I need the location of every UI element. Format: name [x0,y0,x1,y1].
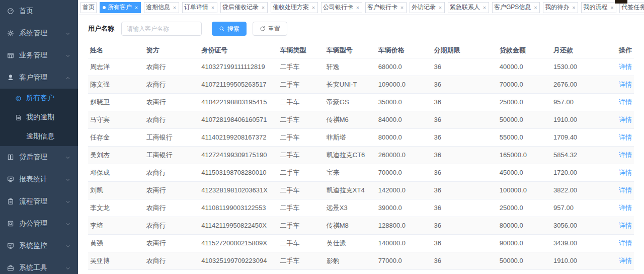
sidebar-item[interactable]: 报表统计 [0,168,78,190]
tab[interactable]: 逾期信息× [144,2,179,13]
tab-label: 首页 [83,3,95,12]
close-icon[interactable]: × [311,5,316,11]
sidebar-item-label: 系统工具 [19,263,47,272]
detail-link[interactable]: 详情 [619,116,632,123]
sidebar-subitem-label: 所有客户 [26,94,54,103]
sidebar-submenu: 所有客户我的逾期逾期信息 [0,89,78,146]
column-header: 贷款金额 [498,43,551,58]
close-icon[interactable]: × [261,5,266,11]
sidebar-item[interactable]: 客户管理 [0,66,78,89]
sidebar: 首页系统管理业务管理客户管理所有客户我的逾期逾期信息贷后管理报表统计流程管理办公… [0,0,78,274]
detail-link[interactable]: 详情 [619,239,632,247]
tab[interactable]: 催收处理方案× [271,2,318,13]
sidebar-subitem[interactable]: 逾期信息 [0,127,78,146]
table-cell-actions: 详情 [610,217,634,234]
reset-button[interactable]: 重置 [253,22,287,36]
sidebar-item-label: 系统管理 [19,29,47,38]
close-icon[interactable]: × [134,5,139,11]
close-icon[interactable]: × [399,5,405,11]
table-cell: 36 [432,217,498,234]
table-row: 农商行二手车36详情 [88,269,634,274]
column-header: 资方 [144,43,200,58]
close-icon[interactable]: × [482,5,487,11]
search-label: 用户名称 [88,24,114,33]
close-icon[interactable]: × [355,5,360,11]
table-cell: 帝豪GS [325,93,376,111]
sidebar-item[interactable]: 业务管理 [0,44,78,66]
sidebar-subitem[interactable]: 所有客户 [0,89,78,108]
sidebar-item[interactable]: 系统监控 [0,235,78,257]
detail-link[interactable]: 详情 [619,133,632,141]
detail-link[interactable]: 详情 [619,169,632,176]
tab[interactable]: 外访记录× [410,2,445,13]
table-cell: 英仕派 [325,234,376,252]
table-cell: 90000.0 [498,234,551,252]
tab[interactable]: 订单详情× [182,2,217,13]
table-row: 任存金工商银行411402199208167372二手车菲斯塔80000.036… [88,128,634,146]
table-cell: 农商行 [144,164,200,181]
close-icon[interactable]: × [172,5,177,11]
table-cell: 二手车 [278,199,325,217]
sidebar-item-label: 系统监控 [19,241,47,250]
table-cell [325,269,376,274]
detail-link[interactable]: 详情 [619,186,632,194]
sidebar-item[interactable]: 首页 [0,0,78,22]
close-icon[interactable]: × [609,5,614,11]
sidebar-item-label: 首页 [19,7,33,16]
close-icon[interactable]: × [438,5,443,11]
clipboard-icon [7,198,14,205]
table-cell: 李文龙 [88,199,144,217]
table-cell: 周志洋 [88,58,144,76]
tab[interactable]: 客户GPS信息× [492,2,540,13]
sidebar-item[interactable]: 贷后管理 [0,146,78,168]
table-cell: 农商行 [144,58,200,76]
sidebar-item[interactable]: 系统工具 [0,257,78,274]
copyright-icon [15,95,22,102]
column-header: 车辆型号 [325,43,376,58]
table-cell: 36 [432,234,498,252]
table-cell: 工商银行 [144,146,200,164]
table-cell: 68000.0 [376,58,432,76]
tab[interactable]: 贷后催收记录× [220,2,268,13]
tab[interactable]: 我的待办× [543,2,578,13]
detail-link[interactable]: 详情 [619,151,632,159]
table-cell: 84000.0 [376,111,432,128]
sidebar-item[interactable]: 办公管理 [0,213,78,235]
close-icon[interactable]: × [571,5,576,11]
detail-link[interactable]: 详情 [619,257,632,264]
tab[interactable]: 我的流程× [581,2,616,13]
tab[interactable]: 所有客户× [100,2,141,13]
customer-name-input[interactable] [121,22,202,36]
detail-link[interactable]: 详情 [619,222,632,229]
sidebar-subitem[interactable]: 我的逾期 [0,108,78,127]
table-cell: 二手车 [278,164,325,181]
table-cell: 二手车 [278,252,325,269]
sidebar-item[interactable]: 流程管理 [0,190,78,213]
table-cell: 25000.0 [498,93,551,111]
column-header: 操作 [610,43,634,58]
table-cell-actions: 详情 [610,128,634,146]
active-dot [103,6,106,9]
table-row: 赵晓卫农商行410422198803195415二手车帝豪GS35000.036… [88,93,634,111]
table-cell: 二手车 [278,146,325,164]
sidebar-subitem-label: 逾期信息 [26,132,54,141]
close-icon[interactable]: × [533,5,538,11]
sidebar-item[interactable]: 系统管理 [0,22,78,44]
table-cell: 远景X3 [325,199,376,217]
detail-link[interactable]: 详情 [619,63,632,71]
detail-link[interactable]: 详情 [619,98,632,106]
close-icon[interactable]: × [210,5,215,11]
table-cell: 工商银行 [144,128,200,146]
table-cell: 128800.0 [376,217,432,234]
tab-label: 逾期信息 [146,3,170,12]
search-button[interactable]: 搜索 [212,22,247,36]
table-cell-actions: 详情 [610,111,634,128]
tab[interactable]: 公司银行卡× [321,2,362,13]
table-cell: 410728198406160571 [199,111,278,128]
detail-link[interactable]: 详情 [619,204,632,212]
briefcase-icon [7,52,14,59]
tab[interactable]: 客户银行卡× [365,2,407,13]
tab[interactable]: 紧急联系人× [448,2,489,13]
detail-link[interactable]: 详情 [619,81,632,88]
tab[interactable]: 首页 [80,2,97,13]
